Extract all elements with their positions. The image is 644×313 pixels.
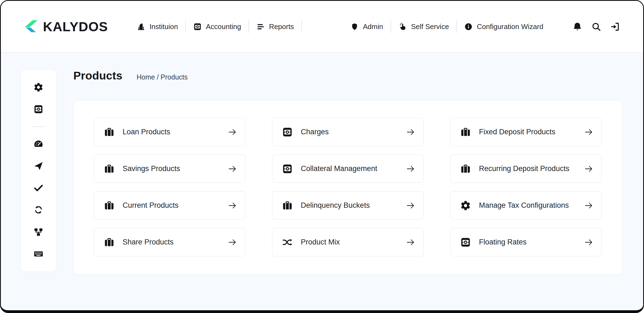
card-collateral-management[interactable]: Collateral Management — [272, 155, 424, 183]
sync-icon[interactable] — [33, 205, 44, 215]
card-label: Loan Products — [123, 128, 170, 136]
dashboard-gauge-icon[interactable] — [33, 139, 44, 149]
arrow-right-icon — [406, 238, 415, 247]
arrow-right-icon — [406, 201, 415, 210]
money-bill-icon — [460, 237, 471, 248]
arrow-right-icon — [584, 201, 593, 210]
page-title: Products — [73, 69, 122, 82]
nav-divider — [391, 20, 391, 33]
nav-item-label: Instituion — [149, 22, 178, 31]
card-label: Charges — [301, 128, 329, 136]
info-circle-icon — [464, 22, 473, 31]
card-loan-products[interactable]: Loan Products — [94, 118, 246, 146]
card-product-mix[interactable]: Product Mix — [272, 228, 424, 256]
briefcase-icon — [104, 163, 115, 174]
arrow-right-icon — [584, 238, 593, 247]
briefcase-icon — [282, 200, 293, 211]
hand-tap-icon — [398, 22, 407, 31]
card-recurring-deposit-products[interactable]: Recurring Deposit Products — [450, 155, 602, 183]
keyboard-icon[interactable] — [33, 249, 44, 259]
top-bar-actions — [572, 22, 620, 32]
money-bill-icon — [282, 163, 293, 174]
card-label: Collateral Management — [301, 164, 377, 173]
main-nav: Instituion Accounting Reports Admin Self — [137, 20, 543, 33]
nav-item-label: Reports — [269, 22, 294, 31]
nav-item-label: Accounting — [206, 22, 241, 31]
gear-icon[interactable] — [33, 82, 44, 92]
sidebar-divider — [33, 126, 45, 127]
chevron-left-logo-icon — [22, 19, 40, 35]
card-label: Manage Tax Configurations — [479, 201, 569, 210]
money-bill-icon[interactable] — [33, 104, 44, 114]
arrow-right-icon — [406, 164, 415, 173]
nav-item-self-service[interactable]: Self Service — [398, 22, 449, 31]
card-delinquency-buckets[interactable]: Delinquency Buckets — [272, 191, 424, 220]
card-label: Share Products — [123, 238, 174, 246]
bell-icon[interactable] — [572, 22, 582, 32]
bank-icon — [137, 22, 145, 31]
shuffle-icon — [282, 237, 293, 248]
page-header: Products Home / Products — [73, 69, 187, 82]
card-floating-rates[interactable]: Floating Rates — [450, 228, 602, 256]
card-savings-products[interactable]: Savings Products — [94, 155, 246, 183]
money-bill-icon — [282, 127, 293, 138]
card-label: Delinquency Buckets — [301, 201, 370, 210]
nav-divider — [456, 20, 457, 33]
card-label: Product Mix — [301, 238, 340, 246]
nav-divider — [301, 20, 302, 33]
arrow-right-icon — [584, 127, 593, 137]
nav-item-accounting[interactable]: Accounting — [193, 22, 241, 31]
top-bar: KALYDOS Instituion Accounting Reports Ad… — [1, 1, 643, 53]
shield-icon — [350, 22, 359, 31]
app-window: KALYDOS Instituion Accounting Reports Ad… — [0, 0, 644, 313]
nav-divider — [185, 20, 186, 33]
card-label: Fixed Deposit Products — [479, 128, 555, 136]
nav-item-instituion[interactable]: Instituion — [137, 22, 178, 31]
products-panel: Loan Products Charges Fixed Deposit Prod… — [73, 100, 622, 275]
arrow-right-icon — [228, 164, 237, 173]
report-lines-icon — [256, 22, 265, 31]
arrow-right-icon — [228, 127, 237, 137]
arrow-right-icon — [228, 201, 237, 210]
arrow-right-icon — [406, 127, 415, 137]
nav-item-label: Configuration Wizard — [477, 22, 543, 31]
card-label: Current Products — [123, 201, 178, 210]
nav-item-configuration-wizard[interactable]: Configuration Wizard — [464, 22, 543, 31]
card-label: Recurring Deposit Products — [479, 164, 569, 173]
briefcase-icon — [104, 237, 115, 248]
card-label: Savings Products — [123, 164, 180, 173]
brand-name: KALYDOS — [43, 19, 108, 34]
briefcase-icon — [104, 200, 115, 211]
briefcase-icon — [460, 127, 471, 138]
icon-sidebar — [21, 69, 56, 272]
briefcase-icon — [460, 163, 471, 174]
card-share-products[interactable]: Share Products — [94, 228, 246, 256]
nav-divider — [249, 20, 249, 33]
arrow-right-icon — [228, 238, 237, 247]
breadcrumb[interactable]: Home / Products — [137, 73, 187, 81]
money-bill-icon — [193, 22, 202, 31]
nav-item-reports[interactable]: Reports — [256, 22, 294, 31]
sign-in-icon[interactable] — [610, 22, 620, 32]
arrow-right-icon — [584, 164, 593, 173]
sitemap-icon[interactable] — [33, 227, 44, 237]
card-charges[interactable]: Charges — [272, 118, 424, 146]
card-manage-tax-configurations[interactable]: Manage Tax Configurations — [450, 191, 602, 220]
card-fixed-deposit-products[interactable]: Fixed Deposit Products — [450, 118, 602, 146]
briefcase-icon — [104, 127, 115, 138]
gear-icon — [460, 200, 471, 211]
send-icon[interactable] — [33, 161, 44, 171]
nav-item-label: Admin — [363, 22, 383, 31]
card-label: Floating Rates — [479, 238, 527, 246]
card-current-products[interactable]: Current Products — [94, 191, 246, 220]
brand-logo[interactable]: KALYDOS — [22, 19, 108, 35]
nav-item-admin[interactable]: Admin — [350, 22, 383, 31]
search-icon[interactable] — [591, 22, 601, 32]
check-icon[interactable] — [33, 183, 44, 193]
nav-item-label: Self Service — [411, 22, 449, 31]
